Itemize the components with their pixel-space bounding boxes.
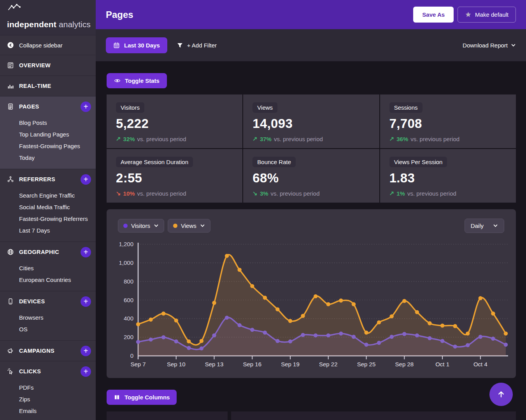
device-icon [7,298,14,305]
trend-arrow-icon: ↗ [116,135,121,142]
stat-trend: ↗36%vs. previous period [389,135,507,142]
sidebar-subitem-european-countries[interactable]: European Countries [0,274,96,285]
trend-percent: 36% [396,136,408,142]
content-area: Toggle Stats Visitors5,222↗32%vs. previo… [96,61,526,420]
add-campaigns-report-button[interactable]: + [81,346,91,356]
sidebar-item-campaigns[interactable]: CAMPAIGNS+ [0,341,96,361]
sidebar-subitem-fastest-growing-referrers[interactable]: Fastest-Growing Referrers [0,213,96,224]
toggle-stats-button[interactable]: Toggle Stats [107,73,167,88]
add-pages-report-button[interactable]: + [81,102,91,112]
calendar-icon [113,42,120,49]
toggle-columns-button[interactable]: Toggle Columns [107,390,177,405]
trend-arrow-icon: ↗ [252,135,258,142]
trend-percent: 37% [260,136,272,142]
sidebar-item-devices[interactable]: DEVICES+ [0,291,96,312]
eye-icon [114,77,121,84]
sidebar-subitem-blog-posts[interactable]: Blog Posts [0,117,96,128]
sidebar-section-clicks: CLICKS+PDFsZipsEmailsPhone numbers [0,361,96,420]
trend-caption: vs. previous period [137,136,186,142]
table-header-cell [107,411,228,420]
sidebar-subitem-emails[interactable]: Emails [0,405,96,416]
trend-arrow-icon: ↘ [252,190,258,197]
svg-text:1,200: 1,200 [119,241,133,247]
svg-text:Sep 22: Sep 22 [319,361,338,368]
trend-percent: 1% [396,190,405,197]
sidebar-subitem-pdfs[interactable]: PDFs [0,382,96,393]
sidebar-section-label: OVERVIEW [19,62,51,68]
save-as-button[interactable]: Save As [413,7,454,23]
scroll-to-top-button[interactable] [489,383,513,406]
stat-label: Bounce Rate [252,157,296,167]
report-icon [7,62,14,69]
collapse-sidebar-button[interactable]: Collapse sidebar [0,35,96,55]
arrow-up-icon [496,390,506,399]
svg-text:Sep 7: Sep 7 [130,361,146,368]
trend-caption: vs. previous period [271,190,320,197]
sidebar-subitem-today[interactable]: Today [0,152,96,163]
series-select-visitors[interactable]: Visitors [118,219,164,233]
stat-trend: ↘3%vs. previous period [252,190,370,197]
sidebar-section-label: CLICKS [19,368,41,374]
stat-card-views: Views14,093↗37%vs. previous period [243,94,379,148]
app-logo: independent analytics [0,0,96,35]
sidebar-item-overview[interactable]: OVERVIEW [0,55,96,75]
download-report-label: Download Report [463,42,508,49]
sidebar-section-pages: PAGES+Blog PostsTop Landing PagesFastest… [0,96,96,169]
sidebar-item-real-time[interactable]: REAL-TIME [0,76,96,96]
add-geographic-report-button[interactable]: + [81,247,91,257]
referrers-icon [7,176,14,183]
trend-caption: vs. previous period [407,190,456,197]
stat-label: Average Session Duration [116,157,193,167]
add-clicks-report-button[interactable]: + [81,366,91,377]
star-icon [465,11,472,18]
sidebar: independent analytics Collapse sidebar O… [0,0,96,420]
date-range-button[interactable]: Last 30 Days [106,37,167,53]
add-filter-button[interactable]: + Add Filter [177,42,217,49]
svg-text:Sep 10: Sep 10 [167,361,186,368]
sidebar-section-label: DEVICES [19,298,45,304]
sidebar-subitem-top-landing-pages[interactable]: Top Landing Pages [0,128,96,140]
trend-caption: vs. previous period [137,190,186,197]
stat-value: 2:55 [116,171,233,186]
logo-text-bold: independent [7,20,56,29]
svg-text:Sep 13: Sep 13 [205,361,224,368]
svg-text:Sep 28: Sep 28 [395,361,414,368]
sidebar-subitem-browsers[interactable]: Browsers [0,312,96,323]
sidebar-subitem-phone-numbers[interactable]: Phone numbers [0,416,96,420]
sidebar-subitem-cities[interactable]: Cities [0,262,96,274]
globe-icon [7,248,14,256]
trend-percent: 10% [123,190,135,197]
sidebar-section-label: REAL-TIME [19,83,51,89]
interval-select[interactable]: Daily [465,219,504,233]
sidebar-item-geographic[interactable]: GEOGRAPHIC+ [0,242,96,262]
columns-icon [114,394,120,401]
sidebar-section-label: CAMPAIGNS [19,348,54,354]
stat-card-visitors: Visitors5,222↗32%vs. previous period [107,94,242,148]
table-header-cell [231,411,516,420]
page-icon [7,103,14,110]
sidebar-item-clicks[interactable]: CLICKS+ [0,361,96,382]
make-default-button[interactable]: Make default [458,7,516,23]
sidebar-subitem-os[interactable]: OS [0,323,96,335]
sidebar-subitem-social-media-traffic[interactable]: Social Media Traffic [0,201,96,213]
svg-text:0: 0 [130,352,133,359]
collapse-sidebar-label: Collapse sidebar [19,42,63,49]
sidebar-item-pages[interactable]: PAGES+ [0,96,96,117]
sidebar-item-referrers[interactable]: REFERRERS+ [0,169,96,189]
sidebar-subitem-search-engine-traffic[interactable]: Search Engine Traffic [0,189,96,201]
chevron-down-icon [493,223,498,228]
add-referrers-report-button[interactable]: + [81,174,91,185]
download-report-button[interactable]: Download Report [463,42,516,49]
sidebar-subitem-fastest-growing-pages[interactable]: Fastest-Growing Pages [0,140,96,152]
stat-value: 14,093 [252,116,370,131]
traffic-line-chart[interactable]: 02004006008001,0001,200Sep 7Sep 10Sep 13… [107,209,516,378]
sidebar-subitem-last-7-days[interactable]: Last 7 Days [0,224,96,236]
stats-grid: Visitors5,222↗32%vs. previous periodView… [107,94,516,203]
sidebar-nav: OVERVIEWREAL-TIMEPAGES+Blog PostsTop Lan… [0,55,96,420]
series-color-dot [123,224,128,228]
series-select-views[interactable]: Views [168,219,210,233]
sidebar-subitem-zips[interactable]: Zips [0,393,96,405]
series-selectors: VisitorsViews [118,219,210,233]
add-devices-report-button[interactable]: + [81,296,91,307]
stat-value: 68% [252,171,370,186]
